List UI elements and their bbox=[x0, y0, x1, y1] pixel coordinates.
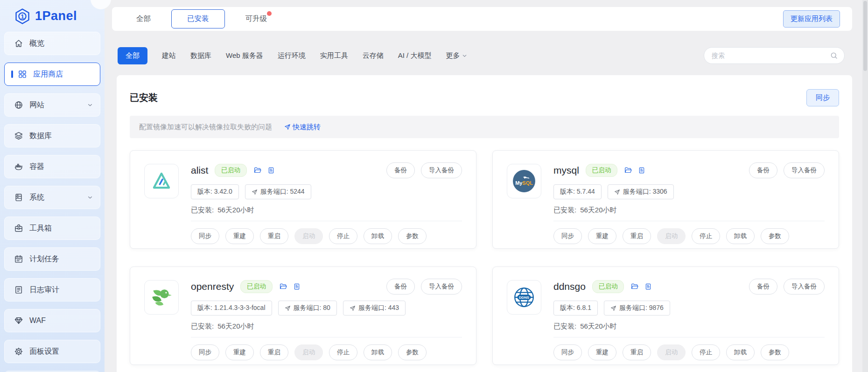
action-button[interactable]: 重建 bbox=[588, 228, 616, 244]
app-actions: 同步重建重启启动停止卸载参数 bbox=[553, 221, 825, 251]
log-file-icon[interactable] bbox=[644, 283, 652, 290]
app-grid: alist 已启动 备份 导入备份 版本: 3.42.0 服务端口: 5244 … bbox=[130, 150, 839, 365]
category-all[interactable]: 全部 bbox=[118, 47, 147, 64]
category-filter-row: 全部 建站 数据库 Web 服务器 运行环境 实用工具 云存储 AI / 大模型… bbox=[118, 47, 852, 64]
scrollbar-track[interactable] bbox=[862, 0, 868, 372]
action-button[interactable]: 停止 bbox=[692, 228, 720, 244]
action-button[interactable]: 同步 bbox=[191, 344, 219, 360]
action-button[interactable]: 重建 bbox=[225, 344, 254, 360]
tab-upgradable[interactable]: 可升级 bbox=[245, 14, 267, 24]
folder-icon[interactable] bbox=[630, 282, 639, 291]
category-database[interactable]: 数据库 bbox=[190, 51, 211, 60]
category-more[interactable]: 更多 bbox=[446, 51, 468, 60]
category-cloudstorage[interactable]: 云存储 bbox=[363, 51, 384, 60]
action-button[interactable]: 参数 bbox=[761, 228, 789, 244]
mysql-logo: MySQL bbox=[512, 169, 536, 193]
sidebar-item-database[interactable]: 数据库 bbox=[4, 124, 100, 147]
sidebar-item-website[interactable]: 网站 bbox=[4, 93, 100, 117]
app-chip[interactable]: 服务端口: 9876 bbox=[604, 301, 670, 316]
action-button[interactable]: 参数 bbox=[761, 344, 789, 360]
action-button[interactable]: 重建 bbox=[225, 228, 254, 244]
action-button[interactable]: 重启 bbox=[623, 228, 651, 244]
app-name[interactable]: alist bbox=[191, 165, 208, 176]
folder-icon[interactable] bbox=[624, 166, 632, 175]
sidebar-item-appstore[interactable]: 应用商店 bbox=[4, 63, 100, 86]
tab-installed[interactable]: 已安装 bbox=[171, 9, 225, 28]
sidebar-item-cronjob[interactable]: 计划任务 bbox=[4, 247, 100, 271]
log-file-icon[interactable] bbox=[267, 167, 275, 174]
search-icon bbox=[830, 51, 838, 60]
chip-text: 服务端口: 443 bbox=[358, 304, 399, 312]
category-website[interactable]: 建站 bbox=[162, 51, 176, 60]
svg-text:1: 1 bbox=[21, 13, 24, 20]
backup-button[interactable]: 备份 bbox=[749, 279, 777, 295]
action-button[interactable]: 重启 bbox=[260, 228, 288, 244]
action-button[interactable]: 重启 bbox=[623, 344, 651, 360]
category-webserver[interactable]: Web 服务器 bbox=[226, 51, 263, 60]
sidebar-item-label: 网站 bbox=[29, 100, 87, 110]
app-actions: 同步重建重启启动停止卸载参数 bbox=[191, 337, 462, 367]
app-chip[interactable]: 服务端口: 80 bbox=[278, 301, 337, 316]
backup-button[interactable]: 备份 bbox=[749, 162, 777, 178]
import-backup-button[interactable]: 导入备份 bbox=[784, 162, 825, 178]
action-button-disabled: 启动 bbox=[294, 344, 323, 360]
app-name[interactable]: ddnsgo bbox=[553, 281, 586, 292]
chevron-down-icon bbox=[462, 53, 468, 59]
action-button[interactable]: 重启 bbox=[260, 344, 288, 360]
folder-icon[interactable] bbox=[279, 282, 287, 291]
app-name[interactable]: mysql bbox=[553, 165, 579, 176]
log-file-icon[interactable] bbox=[293, 283, 301, 290]
sidebar-item-label: 应用商店 bbox=[33, 70, 93, 79]
sidebar-item-waf[interactable]: WAF bbox=[4, 309, 100, 332]
sidebar-item-container[interactable]: 容器 bbox=[4, 155, 100, 178]
update-app-list-button[interactable]: 更新应用列表 bbox=[783, 10, 840, 28]
backup-button[interactable]: 备份 bbox=[386, 162, 415, 178]
action-button[interactable]: 停止 bbox=[692, 344, 720, 360]
sidebar-item-settings[interactable]: 面板设置 bbox=[4, 340, 100, 363]
action-button[interactable]: 重建 bbox=[588, 344, 616, 360]
action-button[interactable]: 同步 bbox=[553, 228, 582, 244]
search-input[interactable] bbox=[704, 47, 845, 64]
import-backup-button[interactable]: 导入备份 bbox=[421, 279, 462, 295]
backup-button[interactable]: 备份 bbox=[386, 279, 415, 295]
upgrade-badge-dot bbox=[267, 11, 272, 16]
app-chip[interactable]: 服务端口: 3306 bbox=[608, 184, 674, 199]
app-name[interactable]: openresty bbox=[191, 281, 234, 292]
action-button[interactable]: 参数 bbox=[398, 344, 427, 360]
sync-all-button[interactable]: 同步 bbox=[806, 89, 839, 106]
action-button[interactable]: 参数 bbox=[398, 228, 427, 244]
app-actions: 同步重建重启启动停止卸载参数 bbox=[553, 337, 825, 367]
quick-jump-link[interactable]: 快速跳转 bbox=[284, 123, 321, 132]
action-button[interactable]: 停止 bbox=[329, 228, 357, 244]
category-ai[interactable]: AI / 大模型 bbox=[398, 51, 432, 60]
category-tools[interactable]: 实用工具 bbox=[320, 51, 348, 60]
scrollbar-thumb[interactable] bbox=[863, 1, 867, 71]
log-file-icon[interactable] bbox=[638, 167, 645, 174]
import-backup-button[interactable]: 导入备份 bbox=[421, 162, 462, 178]
folder-icon[interactable] bbox=[253, 166, 262, 175]
app-chip[interactable]: 服务端口: 443 bbox=[343, 301, 406, 316]
action-button[interactable]: 停止 bbox=[329, 344, 357, 360]
openresty-logo bbox=[150, 286, 173, 309]
sidebar-item-system[interactable]: 系统 bbox=[4, 186, 100, 209]
import-backup-button[interactable]: 导入备份 bbox=[784, 279, 825, 295]
mirror-hint-banner: 配置镜像加速可以解决镜像拉取失败的问题 快速跳转 bbox=[130, 116, 839, 138]
tab-all[interactable]: 全部 bbox=[136, 14, 151, 24]
app-logo-header: 1 1Panel bbox=[0, 0, 105, 27]
app-installed-row: 已安装:56天20小时 bbox=[553, 206, 825, 215]
category-runtime[interactable]: 运行环境 bbox=[278, 51, 306, 60]
quick-jump-label: 快速跳转 bbox=[293, 123, 321, 132]
action-button[interactable]: 同步 bbox=[553, 344, 582, 360]
app-logo bbox=[144, 280, 179, 315]
action-button[interactable]: 卸载 bbox=[364, 228, 392, 244]
action-button[interactable]: 卸载 bbox=[364, 344, 392, 360]
sidebar-item-logs[interactable]: 日志审计 bbox=[4, 278, 100, 302]
action-button[interactable]: 同步 bbox=[191, 228, 219, 244]
sidebar-item-overview[interactable]: 概览 bbox=[4, 32, 100, 55]
action-button[interactable]: 卸载 bbox=[726, 228, 755, 244]
sidebar-item-toolbox[interactable]: 工具箱 bbox=[4, 217, 100, 240]
app-logo: MySQL bbox=[507, 164, 541, 198]
action-button[interactable]: 卸载 bbox=[726, 344, 755, 360]
app-title-row: alist 已启动 备份 导入备份 bbox=[191, 162, 462, 178]
app-chip[interactable]: 服务端口: 5244 bbox=[245, 184, 311, 199]
